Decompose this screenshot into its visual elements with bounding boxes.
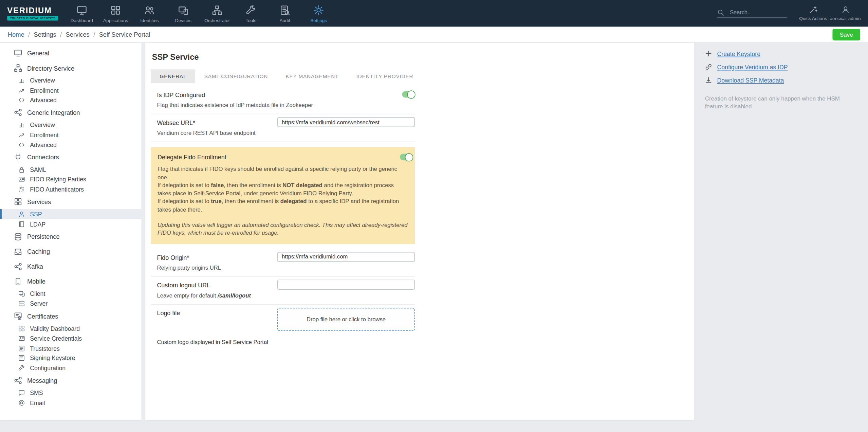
chart-bars-icon	[18, 122, 25, 128]
sidebar-item-saml[interactable]: SAML	[0, 165, 142, 175]
sidebar-item-overview[interactable]: Overview	[0, 120, 142, 130]
sidebar-item-label: Enrollment	[30, 131, 58, 138]
tab-general[interactable]: GENERAL	[151, 69, 195, 83]
tools-icon	[246, 5, 256, 15]
delegate-fido-label: Delegate Fido Enrollment	[158, 154, 408, 161]
sidebar-item-kafka[interactable]: Kafka	[0, 259, 142, 274]
sidebar-item-label: Certificates	[27, 313, 58, 320]
quick-actions-label: Quick Actions	[799, 16, 827, 21]
sidebar-item-enrollment[interactable]: Enrollment	[0, 85, 142, 95]
tab-identity-provider[interactable]: IDENTITY PROVIDER	[348, 69, 422, 83]
nav-item-applications[interactable]: Applications	[99, 4, 133, 23]
sidebar-item-connectors[interactable]: Connectors	[0, 150, 142, 165]
user-menu[interactable]: aencica_admin	[829, 5, 862, 21]
nav-item-tools[interactable]: Tools	[234, 4, 268, 23]
sidebar-item-label: Directory Service	[27, 65, 74, 71]
form-row-is-idp-configured: Is IDP Configured Flag that indicates ex…	[151, 87, 415, 114]
nav-item-dashboard[interactable]: Dashboard	[65, 4, 99, 23]
download-ssp-metadata-link[interactable]: Download SSP Metadata	[705, 76, 865, 84]
book-icon	[18, 221, 25, 228]
sidebar-item-fido-relying-parties[interactable]: FIDO Relying Parties	[0, 175, 142, 184]
sidebar-item-generic-integration[interactable]: Generic Integration	[0, 105, 142, 120]
sidebar-item-truststores[interactable]: Truststores	[0, 343, 142, 353]
sidebar-item-sms[interactable]: SMS	[0, 388, 142, 398]
sidebar-item-services[interactable]: Services	[0, 194, 142, 209]
tab-saml-configuration[interactable]: SAML CONFIGURATION	[196, 69, 277, 83]
form-row-custom-logout-url: Custom logout URL Leave empty for defaul…	[151, 277, 415, 305]
nav-label: Tools	[245, 17, 256, 23]
delegate-fido-toggle[interactable]	[400, 154, 413, 161]
sidebar-item-service-credentials[interactable]: Service Credentials	[0, 334, 142, 343]
nav-item-devices[interactable]: Devices	[166, 4, 200, 23]
nav-item-settings[interactable]: Settings	[302, 4, 336, 23]
sidebar-item-label: Truststores	[30, 345, 60, 352]
websec-url-input[interactable]	[277, 117, 415, 127]
sidebar-item-label: Kafka	[27, 263, 43, 270]
sidebar-item-persistence[interactable]: Persistence	[0, 229, 142, 244]
sidebar-item-label: Connectors	[27, 154, 59, 161]
fido-origin-input[interactable]	[277, 252, 415, 262]
sidebar-item-ldap[interactable]: LDAP	[0, 219, 142, 229]
sidebar-item-caching[interactable]: Caching	[0, 244, 142, 259]
devices-icon	[178, 5, 188, 15]
chart-line-icon	[18, 87, 25, 94]
sidebar-item-validity-dashboard[interactable]: Validity Dashboard	[0, 324, 142, 334]
sidebar-item-server[interactable]: Server	[0, 299, 142, 309]
tab-key-management[interactable]: KEY MANAGEMENT	[277, 69, 347, 83]
configure-veridium-as-idp-link[interactable]: Configure Veridium as IDP	[705, 63, 865, 70]
tools-icon	[18, 365, 25, 372]
fingerprint-icon	[18, 186, 25, 193]
breadcrumb-item-services[interactable]: Services	[66, 31, 90, 38]
sidebar-item-signing-keystore[interactable]: Signing Keystore	[0, 353, 142, 363]
chart-line-icon	[18, 131, 25, 138]
breadcrumb-separator: /	[60, 31, 62, 38]
search-input[interactable]	[729, 9, 787, 16]
share-icon	[14, 376, 22, 385]
sidebar-item-advanced[interactable]: Advanced	[0, 140, 142, 150]
sidebar-item-general[interactable]: General	[0, 46, 142, 60]
create-keystore-link[interactable]: Create Keystore	[705, 50, 865, 57]
is-idp-configured-toggle[interactable]	[402, 91, 415, 98]
sidebar-item-fido-authenticators[interactable]: FIDO Authenticators	[0, 184, 142, 194]
nav-item-identities[interactable]: Identities	[132, 4, 166, 23]
sidebar-item-advanced[interactable]: Advanced	[0, 95, 142, 105]
share-icon	[14, 108, 22, 117]
nav-item-audit[interactable]: Audit	[268, 4, 302, 23]
logo-footnote: Custom logo displayed in Self Service Po…	[151, 335, 415, 345]
tab-bar: GENERALSAML CONFIGURATIONKEY MANAGEMENTI…	[151, 69, 688, 83]
sidebar-item-label: Persistence	[27, 233, 60, 240]
topbar-right-cluster: Quick Actions aencica_admin	[717, 5, 868, 21]
sidebar-item-certificates[interactable]: Certificates	[0, 309, 142, 324]
sidebar-item-mobile[interactable]: Mobile	[0, 274, 142, 289]
sidebar-item-configuration[interactable]: Configuration	[0, 363, 142, 373]
sidebar-item-ssp[interactable]: SSP	[0, 209, 142, 219]
sidebar-item-messaging[interactable]: Messaging	[0, 373, 142, 388]
breadcrumb-item-home[interactable]: Home	[8, 31, 24, 38]
nav-item-orchestrator[interactable]: Orchestrator	[200, 4, 234, 23]
sidebar-item-overview[interactable]: Overview	[0, 75, 142, 85]
page-title: SSP Service	[152, 53, 688, 61]
global-search[interactable]	[717, 9, 787, 18]
keystore-actions-panel: Create KeystoreConfigure Veridium as IDP…	[698, 43, 865, 420]
sitemap-icon	[212, 5, 222, 15]
logo-dropzone[interactable]: Drop file here or click to browse	[277, 308, 415, 330]
nav-label: Settings	[310, 17, 327, 23]
save-button[interactable]: Save	[832, 29, 860, 40]
sidebar-item-email[interactable]: Email	[0, 398, 142, 408]
sidebar-item-label: SMS	[30, 390, 43, 396]
sidebar-item-client[interactable]: Client	[0, 289, 142, 299]
brand-tagline: TRUSTED DIGITAL IDENTITY	[7, 16, 58, 20]
quick-actions-button[interactable]: Quick Actions	[797, 5, 829, 21]
apps-icon	[14, 198, 22, 206]
sitemap-icon	[14, 64, 22, 72]
sidebar-item-directory-service[interactable]: Directory Service	[0, 60, 142, 75]
sidebar-item-label: Email	[30, 399, 45, 406]
veridium-logo[interactable]: VERIDIUM TRUSTED DIGITAL IDENTITY	[7, 6, 58, 20]
at-icon	[18, 399, 25, 406]
sidebar-item-label: Overview	[30, 77, 55, 84]
sidebar-item-enrollment[interactable]: Enrollment	[0, 130, 142, 140]
custom-logout-input[interactable]	[277, 280, 415, 289]
sidebar-item-label: SSP	[30, 211, 42, 218]
breadcrumb-item-settings[interactable]: Settings	[34, 31, 56, 38]
apps-icon	[18, 325, 25, 332]
